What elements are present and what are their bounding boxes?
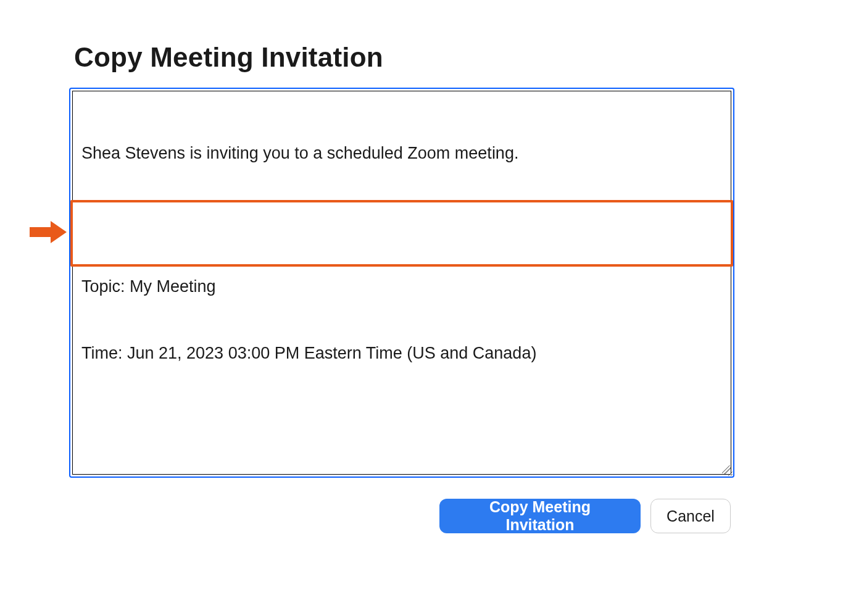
- dialog-title: Copy Meeting Invitation: [74, 42, 383, 73]
- annotation-arrow-icon: [30, 220, 67, 244]
- invite-intro: Shea Stevens is inviting you to a schedu…: [81, 142, 722, 164]
- svg-marker-0: [30, 221, 67, 243]
- invitation-text[interactable]: Shea Stevens is inviting you to a schedu…: [81, 98, 722, 478]
- invitation-textarea[interactable]: Shea Stevens is inviting you to a schedu…: [69, 88, 734, 478]
- copy-invitation-dialog: Copy Meeting Invitation Shea Stevens is …: [0, 0, 864, 616]
- invite-time: Time: Jun 21, 2023 03:00 PM Eastern Time…: [81, 342, 722, 364]
- copy-invitation-button[interactable]: Copy Meeting Invitation: [439, 499, 641, 533]
- cancel-button[interactable]: Cancel: [650, 499, 731, 533]
- invite-join-header: Join Zoom Meeting: [81, 475, 722, 478]
- dialog-button-row: Copy Meeting Invitation Cancel: [439, 499, 731, 533]
- invite-topic: Topic: My Meeting: [81, 275, 722, 298]
